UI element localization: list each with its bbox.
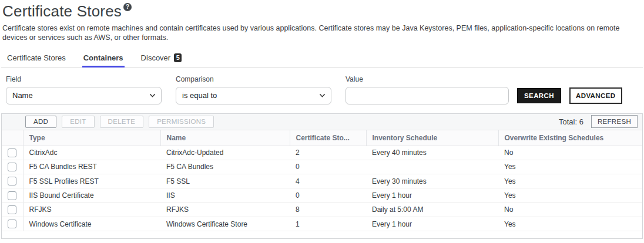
total-count: Total: 6: [559, 117, 583, 126]
table-row[interactable]: Windows Certificate Windows Certificate …: [2, 217, 642, 231]
tab-containers-label: Containers: [83, 53, 123, 62]
cell-overwrite: No: [498, 146, 642, 160]
column-header-certificate-stores[interactable]: Certificate Sto...: [290, 130, 366, 146]
cell-overwrite: Yes: [498, 217, 642, 231]
cell-certificate-stores: 0: [290, 188, 366, 203]
cell-name: F5 CA Bundles: [160, 160, 290, 174]
cell-overwrite: Yes: [498, 188, 642, 203]
cell-name: IIS: [160, 188, 290, 203]
discover-count-badge: 5: [174, 53, 182, 62]
table-row[interactable]: RFJKS RFJKS 8 Daily at 5:00 AM No: [2, 203, 642, 217]
column-header-inventory-schedule[interactable]: Inventory Schedule: [366, 130, 498, 146]
row-checkbox[interactable]: [8, 191, 16, 200]
cell-certificate-stores: 4: [290, 174, 366, 188]
column-header-overwrite-existing-schedules[interactable]: Overwrite Existing Schedules: [498, 130, 642, 146]
cell-type: RFJKS: [23, 203, 160, 217]
comparison-column: Comparison is equal to: [176, 75, 331, 104]
cell-certificate-stores: 2: [290, 146, 366, 160]
cell-type: F5 CA Bundles REST: [23, 160, 160, 174]
cell-inventory-schedule: Every 40 minutes: [366, 146, 498, 160]
cell-inventory-schedule: Every 1 hour: [366, 217, 498, 231]
cell-name: CitrixAdc-Updated: [160, 146, 290, 160]
field-select[interactable]: Name: [6, 87, 162, 104]
toolbar-right: Total: 6 REFRESH: [559, 115, 638, 128]
table-row[interactable]: F5 CA Bundles REST F5 CA Bundles 0 Yes: [2, 160, 642, 174]
cell-overwrite: Yes: [498, 174, 642, 188]
row-checkbox[interactable]: [8, 220, 16, 228]
column-header-type[interactable]: Type: [23, 130, 160, 146]
table-row[interactable]: IIS Bound Certificate IIS 0 Every 1 hour…: [2, 188, 642, 203]
containers-table: Type Name Certificate Sto... Inventory S…: [2, 130, 642, 232]
cell-name: Windows Certificate Store: [160, 217, 290, 231]
search-button[interactable]: SEARCH: [517, 88, 561, 103]
row-checkbox[interactable]: [8, 163, 16, 171]
tab-certificate-stores[interactable]: Certificate Stores: [6, 50, 67, 68]
chevron-down-icon: [319, 92, 326, 99]
field-select-value: Name: [12, 91, 33, 100]
row-checkbox[interactable]: [8, 205, 16, 214]
grid-toolbar: ADD EDIT DELETE PERMISSIONS Total: 6 REF…: [2, 114, 642, 130]
containers-grid: ADD EDIT DELETE PERMISSIONS Total: 6 REF…: [1, 113, 643, 239]
tab-containers[interactable]: Containers: [82, 50, 125, 68]
cell-inventory-schedule: Daily at 5:00 AM: [366, 203, 498, 217]
comparison-select[interactable]: is equal to: [176, 87, 331, 104]
value-line: SEARCH ADVANCED: [346, 87, 638, 104]
comparison-select-value: is equal to: [182, 91, 217, 100]
advanced-button[interactable]: ADVANCED: [569, 87, 622, 104]
row-checkbox[interactable]: [8, 148, 16, 157]
table-row[interactable]: F5 SSL Profiles REST F5 SSL 4 Every 30 m…: [2, 174, 642, 188]
cell-certificate-stores: 8: [290, 203, 366, 217]
cell-certificate-stores: 1: [290, 217, 366, 231]
cell-type: CitrixAdc: [23, 146, 160, 160]
field-label: Field: [6, 75, 162, 83]
cell-type: Windows Certificate: [23, 217, 160, 231]
add-button[interactable]: ADD: [25, 116, 56, 128]
tab-discover-label: Discover: [141, 53, 171, 62]
grid-footer: [2, 231, 642, 238]
value-column: Value SEARCH ADVANCED: [346, 75, 638, 104]
delete-button: DELETE: [100, 116, 144, 128]
tab-certificate-stores-label: Certificate Stores: [7, 53, 66, 62]
refresh-button[interactable]: REFRESH: [591, 115, 638, 128]
tab-bar: Certificate Stores Containers Discover 5: [1, 50, 643, 68]
cell-certificate-stores: 0: [290, 160, 366, 174]
search-form: Field Name Comparison is equal to Value …: [1, 68, 643, 104]
page-description: Certificate stores exist on remote machi…: [2, 23, 631, 43]
help-icon[interactable]: ?: [123, 3, 132, 11]
tab-discover[interactable]: Discover 5: [140, 50, 183, 68]
header-row: Type Name Certificate Sto... Inventory S…: [2, 130, 642, 146]
chevron-down-icon: [149, 92, 156, 99]
cell-name: RFJKS: [160, 203, 290, 217]
cell-type: F5 SSL Profiles REST: [23, 174, 160, 188]
cell-inventory-schedule: [366, 160, 498, 174]
cell-type: IIS Bound Certificate: [23, 188, 160, 203]
cell-name: F5 SSL: [160, 174, 290, 188]
title-row: Certificate Stores?: [2, 2, 642, 21]
select-all-header: [2, 130, 23, 146]
value-input[interactable]: [346, 87, 509, 104]
edit-button: EDIT: [62, 116, 94, 128]
cell-inventory-schedule: Every 1 hour: [366, 188, 498, 203]
comparison-label: Comparison: [176, 75, 331, 83]
permissions-button: PERMISSIONS: [149, 116, 214, 128]
row-checkbox[interactable]: [8, 177, 16, 185]
cell-overwrite: No: [498, 203, 642, 217]
table-row[interactable]: CitrixAdc CitrixAdc-Updated 2 Every 40 m…: [2, 146, 642, 160]
cell-inventory-schedule: Every 30 minutes: [366, 174, 498, 188]
cell-overwrite: Yes: [498, 160, 642, 174]
value-label: Value: [346, 75, 638, 83]
column-header-name[interactable]: Name: [160, 130, 290, 146]
field-column: Field Name: [6, 75, 162, 104]
page-title: Certificate Stores: [2, 2, 122, 20]
certificate-stores-page: Certificate Stores? Certificate stores e…: [0, 0, 644, 239]
